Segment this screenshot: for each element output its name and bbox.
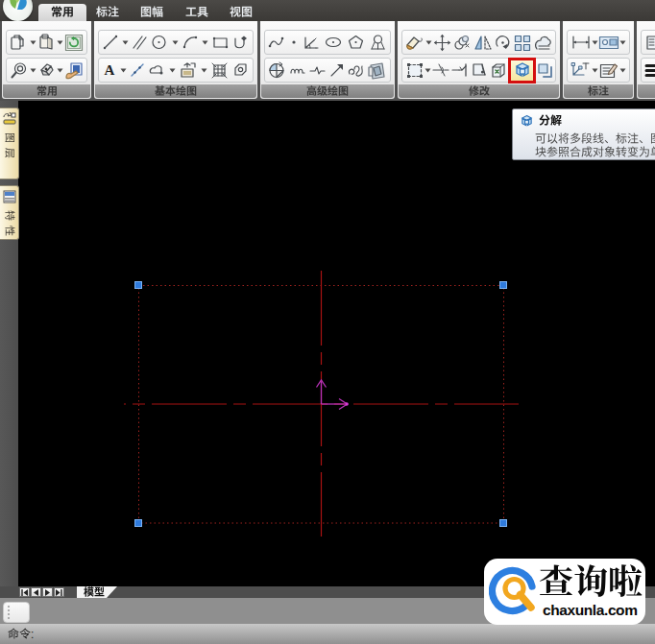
svg-text:A: A: [105, 62, 115, 78]
